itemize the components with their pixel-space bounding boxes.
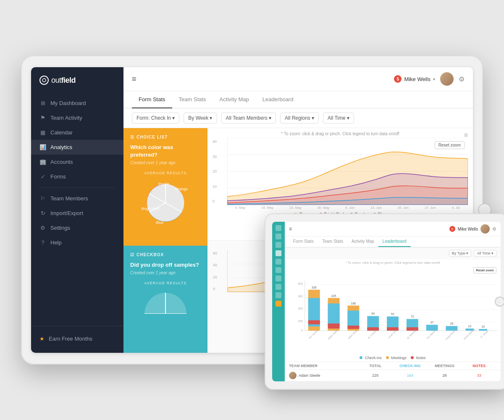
svg-text:400: 400 (298, 282, 303, 285)
settings-gear-icon[interactable]: ⚙ (459, 75, 465, 83)
sidebar-item-analytics[interactable]: 📊 Analytics (31, 140, 123, 155)
popup-filter-type[interactable]: By Type ▾ (449, 250, 472, 257)
star-icon: ★ (39, 336, 45, 342)
popup-reset-zoom[interactable]: Reset zoom (473, 267, 496, 273)
popup-device: ≡ 5 Mike Wells ⚙ Form Stats Team Stats A… (265, 213, 504, 390)
hamburger-menu[interactable]: ≡ (132, 75, 136, 84)
tab-leaderboard[interactable]: Leaderboard (256, 91, 300, 108)
sidebar-item-help[interactable]: ? Help (31, 235, 123, 250)
topbar-right: 5 Mike Wells ▾ ⚙ (394, 72, 465, 86)
logo-icon (39, 76, 49, 85)
card-created-2: Created over 1 year ago (130, 270, 201, 275)
svg-text:300: 300 (298, 295, 303, 298)
card-type-label-choice: ☰ CHOICE LIST (130, 135, 201, 139)
popup-sidebar (272, 222, 285, 381)
card-created-1: Created over 1 year ago (130, 160, 201, 165)
svg-rect-39 (347, 310, 359, 327)
popup-tab-activity-map[interactable]: Activity Map (347, 236, 378, 247)
svg-text:94: 94 (371, 312, 375, 315)
card-choice-list: ☰ CHOICE LIST Which color was preferred?… (123, 128, 207, 246)
popup-tab-form-stats[interactable]: Form Stats (289, 236, 318, 247)
popup-filter-time[interactable]: All Time ▾ (474, 250, 496, 257)
popup-tab-leaderboard[interactable]: Leaderboard (378, 236, 411, 247)
logo-text: outfield (51, 76, 76, 85)
svg-point-0 (42, 79, 46, 82)
forms-icon: ✓ (39, 173, 46, 180)
sidebar-item-import-export[interactable]: ↻ Import/Export (31, 206, 123, 220)
area-chart-svg (227, 138, 468, 205)
cards-column: ☰ CHOICE LIST Which color was preferred?… (123, 128, 207, 353)
sidebar-item-dashboard[interactable]: ⊞ My Dashboard (31, 96, 123, 110)
sidebar: outfield ⊞ My Dashboard ⚑ Team Activity … (31, 67, 123, 353)
nav-divider (39, 187, 115, 188)
popup-sidebar-icon-3 (276, 242, 281, 248)
popup-chart-legend: Check-ins Meetings Notes (285, 354, 501, 362)
list-icon: ☰ (130, 135, 134, 139)
notification-badge[interactable]: 5 (394, 75, 402, 83)
popup-tab-team-stats[interactable]: Team Stats (318, 236, 347, 247)
popup-chart-area: Reset zoom 400 300 200 100 0 (285, 265, 501, 354)
popup-notification: 5 (449, 226, 455, 232)
filter-period[interactable]: By Week ▾ (184, 113, 217, 123)
filter-form[interactable]: Form: Check In ▾ (132, 113, 179, 123)
svg-text:37: 37 (430, 321, 434, 324)
tab-form-stats[interactable]: Form Stats (132, 91, 172, 108)
home-button-popup[interactable] (495, 297, 504, 307)
svg-text:326: 326 (312, 286, 317, 289)
popup-sidebar-icon-6 (276, 267, 281, 273)
sidebar-bottom: ★ Earn Free Months (31, 326, 123, 353)
popup-legend-dot-notes (411, 356, 414, 359)
svg-rect-46 (387, 327, 399, 331)
popup-gear-icon[interactable]: ⚙ (492, 226, 496, 232)
popup-legend-dot-checkins (360, 356, 362, 359)
card-question-2: Did you drop off samples? (130, 261, 201, 269)
chart1-reset-zoom[interactable]: Reset zoom (435, 141, 465, 149)
svg-rect-40 (347, 326, 359, 329)
svg-text:D. Jiang: D. Jiang (480, 330, 488, 339)
filters-bar: Form: Check In ▾ By Week ▾ All Team Memb… (123, 108, 473, 128)
svg-text:0: 0 (301, 329, 303, 332)
svg-text:100: 100 (298, 320, 303, 323)
import-export-icon: ↻ (39, 210, 46, 216)
popup-topbar: ≡ 5 Mike Wells ⚙ (285, 222, 501, 236)
svg-text:Purple: Purple (158, 182, 169, 186)
chart1-wrapper: Reset zoom 40 30 20 10 0 (227, 138, 468, 205)
filter-regions[interactable]: All Regions ▾ (280, 113, 319, 123)
earn-free-months[interactable]: ★ Earn Free Months (31, 331, 123, 346)
topbar: ≡ 5 Mike Wells ▾ ⚙ (123, 67, 473, 91)
topbar-left: ≡ (132, 75, 136, 84)
popup-legend-dot-meetings (386, 356, 389, 359)
svg-text:91: 91 (391, 312, 394, 315)
svg-rect-36 (328, 323, 340, 328)
logo: outfield (31, 67, 123, 92)
table-member: Adam Steele (289, 372, 358, 379)
sidebar-item-team-members[interactable]: ⚐ Team Members (31, 191, 123, 206)
tab-team-stats[interactable]: Team Stats (172, 91, 213, 108)
popup-sidebar-icon-4 (276, 250, 281, 256)
chart1-hint: * To zoom: click & drag or pinch. Click … (213, 131, 468, 136)
team-members-icon: ⚐ (39, 195, 46, 202)
avatar[interactable] (440, 72, 454, 86)
filter-members[interactable]: All Team Members ▾ (221, 113, 276, 123)
dropdown-arrow: ▾ (433, 77, 435, 81)
sidebar-item-accounts[interactable]: 🏢 Accounts (31, 155, 123, 169)
y-axis: 40 30 20 10 0 (213, 138, 217, 205)
popup-hamburger[interactable]: ≡ (289, 226, 292, 232)
sidebar-item-settings[interactable]: ⚙ Settings (31, 220, 123, 235)
popup-legend-meetings: Meetings (386, 356, 407, 360)
filter-time[interactable]: All Time ▾ (323, 113, 354, 123)
svg-text:Blue: Blue (156, 220, 163, 225)
analytics-icon: 📊 (39, 144, 46, 150)
notification-area: 5 Mike Wells ▾ (394, 75, 435, 83)
popup-chart-hint: * To zoom: click & drag or pinch. Click … (285, 259, 501, 265)
tab-activity-map[interactable]: Activity Map (213, 91, 256, 108)
x-axis-labels: 9. May 16. May 23. May 30. May 6. Jun 13… (227, 206, 468, 210)
popup-tabs: Form Stats Team Stats Activity Map Leade… (285, 236, 501, 247)
popup-filters: By Type ▾ All Time ▾ (285, 247, 501, 259)
sidebar-item-forms[interactable]: ✓ Forms (31, 169, 123, 184)
svg-rect-43 (367, 327, 379, 331)
svg-text:166: 166 (351, 302, 356, 305)
sidebar-item-calendar[interactable]: ▦ Calendar (31, 125, 123, 140)
sidebar-item-team-activity[interactable]: ⚑ Team Activity (31, 110, 123, 125)
table-avatar (289, 372, 297, 379)
